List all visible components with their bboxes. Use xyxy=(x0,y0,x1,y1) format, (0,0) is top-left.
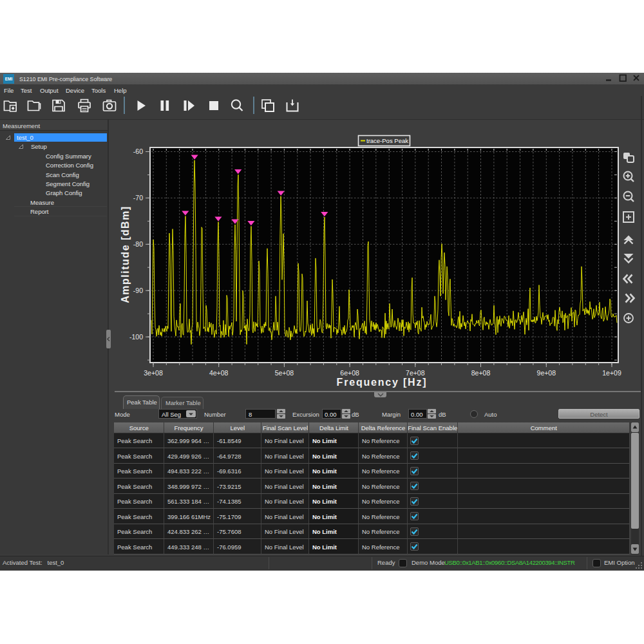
svg-text:3e+08: 3e+08 xyxy=(144,369,163,377)
svg-text:5e+08: 5e+08 xyxy=(275,369,294,377)
svg-text:-80: -80 xyxy=(133,240,143,248)
svg-text:4e+08: 4e+08 xyxy=(209,369,229,377)
svg-text:7e+08: 7e+08 xyxy=(406,369,425,377)
svg-text:Amplitude [dBm]: Amplitude [dBm] xyxy=(120,205,131,303)
svg-text:6e+08: 6e+08 xyxy=(340,369,359,377)
svg-text:Frequency [Hz]: Frequency [Hz] xyxy=(337,377,428,388)
svg-text:8e+08: 8e+08 xyxy=(471,369,491,377)
svg-text:-90: -90 xyxy=(133,287,143,294)
svg-text:-60: -60 xyxy=(133,147,143,155)
svg-text:9e+08: 9e+08 xyxy=(537,369,556,377)
svg-text:-70: -70 xyxy=(133,194,143,202)
svg-text:trace-Pos Peak: trace-Pos Peak xyxy=(366,137,408,144)
svg-text:-100: -100 xyxy=(129,333,143,341)
svg-text:1e+09: 1e+09 xyxy=(602,369,621,377)
